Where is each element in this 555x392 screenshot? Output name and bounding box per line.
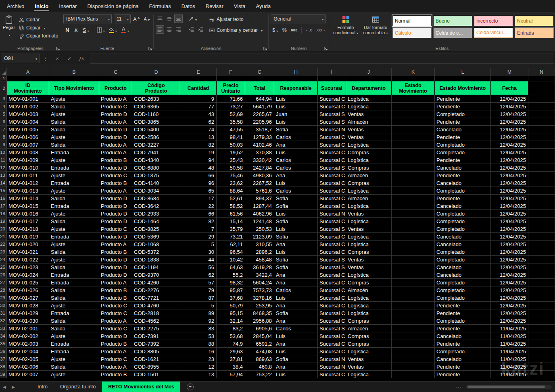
row-header-35[interactable]: 35 <box>0 340 7 348</box>
cell-G7[interactable]: 3518,7 <box>245 126 274 133</box>
cell-H15[interactable]: Carlos <box>274 187 318 195</box>
cell-I35[interactable]: Sucursal C <box>318 340 346 348</box>
cell-B34[interactable]: Ajuste <box>49 332 99 340</box>
cell-A1[interactable] <box>7 76 49 81</box>
cell-N6[interactable] <box>528 118 555 126</box>
cell-C13[interactable]: Producto C <box>99 172 132 179</box>
cell-B12[interactable]: Entrada <box>49 164 99 172</box>
column-header-D[interactable]: D <box>132 68 180 76</box>
cell-M19[interactable]: 12/04/2025 <box>491 218 528 225</box>
cell-M8[interactable]: 12/04/2025 <box>491 133 528 141</box>
row-header-39[interactable]: 39 <box>0 371 7 378</box>
cell-H3[interactable]: Luis <box>274 95 318 103</box>
cell-M3[interactable]: 12/04/2025 <box>491 95 528 103</box>
cell-B23[interactable]: Salida <box>49 248 99 256</box>
cell-style-c-lculo[interactable]: Cálculo <box>392 27 432 38</box>
font-size-select[interactable]: 11 <box>114 15 131 23</box>
cell-C15[interactable]: Producto A <box>99 187 132 195</box>
cell-N5[interactable] <box>528 110 555 118</box>
cell-M37[interactable]: 11/04/2025 <box>491 355 528 363</box>
cell-C22[interactable]: Producto A <box>99 241 132 248</box>
cell-E26[interactable]: 62 <box>180 271 217 279</box>
cell-N36[interactable] <box>528 348 555 355</box>
cell-L16[interactable]: Pendiente <box>435 195 491 202</box>
cell-J11[interactable]: Logística <box>346 156 392 164</box>
cell-L28[interactable]: Completado <box>435 286 491 294</box>
cell-I9[interactable]: Sucursal C <box>318 141 346 149</box>
row-header-11[interactable]: 11 <box>0 156 7 164</box>
cell-style-incorrecto[interactable]: Incorrecto <box>474 15 513 26</box>
cell-J5[interactable]: Ventas <box>346 110 392 118</box>
cell-A21[interactable]: MOV-01-019 <box>7 233 49 241</box>
cell-A15[interactable]: MOV-01-013 <box>7 187 49 195</box>
cell-B31[interactable]: Entrada <box>49 309 99 317</box>
cell-L7[interactable]: Cancelado <box>435 126 491 133</box>
cell-G38[interactable]: 460,8 <box>245 363 274 371</box>
cell-D19[interactable]: COD-1464 <box>132 218 180 225</box>
cell-L19[interactable]: Completado <box>435 218 491 225</box>
cell-K17[interactable] <box>392 202 435 210</box>
row-header-7[interactable]: 7 <box>0 126 7 133</box>
cell-G21[interactable]: 2123,09 <box>245 233 274 241</box>
cell-M18[interactable]: 12/04/2025 <box>491 210 528 218</box>
cell-N3[interactable] <box>528 95 555 103</box>
cell-G3[interactable]: 644,94 <box>245 95 274 103</box>
cell-D26[interactable]: COD-9370 <box>132 271 180 279</box>
row-header-6[interactable]: 6 <box>0 118 7 126</box>
cell-A24[interactable]: MOV-01-022 <box>7 256 49 263</box>
cell-D28[interactable]: COD-2276 <box>132 286 180 294</box>
cell-F12[interactable]: 50,58 <box>217 164 245 172</box>
cell-L30[interactable]: Pendiente <box>435 302 491 309</box>
cell-H12[interactable]: Carlos <box>274 164 318 172</box>
cell-J15[interactable]: Logística <box>346 187 392 195</box>
cell-D38[interactable]: COD-8955 <box>132 363 180 371</box>
cell-G2[interactable]: Total <box>245 81 274 95</box>
cell-N37[interactable] <box>528 355 555 363</box>
cell-H20[interactable]: Luis <box>274 225 318 233</box>
cell-G33[interactable]: 6905,6 <box>245 325 274 332</box>
cell-I18[interactable]: Sucursal N <box>318 210 346 218</box>
row-header-19[interactable]: 19 <box>0 218 7 225</box>
cell-A14[interactable]: MOV-01-012 <box>7 179 49 187</box>
cell-G29[interactable]: 3278,16 <box>245 294 274 302</box>
cell-A39[interactable]: MOV-02-007 <box>7 371 49 378</box>
cell-D17[interactable]: COD-3642 <box>132 202 180 210</box>
cell-K3[interactable] <box>392 95 435 103</box>
cell-style-entrada[interactable]: Entrada <box>515 27 554 38</box>
cell-C21[interactable]: Producto D <box>99 233 132 241</box>
cell-A6[interactable]: MOV-01-004 <box>7 118 49 126</box>
cell-M20[interactable]: 12/04/2025 <box>491 225 528 233</box>
cell-J16[interactable]: Almacén <box>346 195 392 202</box>
cell-K34[interactable] <box>392 332 435 340</box>
cell-J39[interactable]: Logística <box>346 371 392 378</box>
paste-button[interactable]: Pegar <box>2 13 16 39</box>
row-header-23[interactable]: 23 <box>0 248 7 256</box>
cell-N26[interactable] <box>528 271 555 279</box>
cell-D11[interactable]: COD-4340 <box>132 156 180 164</box>
cell-H28[interactable]: Carlos <box>274 286 318 294</box>
cell-F20[interactable]: 35,79 <box>217 225 245 233</box>
cell-H34[interactable]: Luis <box>274 332 318 340</box>
cell-K39[interactable] <box>392 371 435 378</box>
cell-J10[interactable]: Compras <box>346 149 392 156</box>
cell-I19[interactable]: Sucursal C <box>318 218 346 225</box>
cell-E31[interactable]: 89 <box>180 309 217 317</box>
cell-D20[interactable]: COD-8825 <box>132 225 180 233</box>
cell-I13[interactable]: Sucursal C <box>318 172 346 179</box>
more-sheets-button[interactable]: ⋯ <box>451 384 466 390</box>
cell-A29[interactable]: MOV-01-027 <box>7 294 49 302</box>
cell-F34[interactable]: 53,68 <box>217 332 245 340</box>
cell-M1[interactable] <box>491 76 528 81</box>
cell-D9[interactable]: COD-3227 <box>132 141 180 149</box>
cell-A35[interactable]: MOV-02-003 <box>7 340 49 348</box>
cell-C20[interactable]: Producto C <box>99 225 132 233</box>
cell-A3[interactable]: MOV-01-001 <box>7 95 49 103</box>
cell-A27[interactable]: MOV-01-025 <box>7 279 49 286</box>
cell-J21[interactable]: Logística <box>346 233 392 241</box>
cell-I38[interactable]: Sucursal N <box>318 363 346 371</box>
cell-M6[interactable]: 12/04/2025 <box>491 118 528 126</box>
cell-K8[interactable] <box>392 133 435 141</box>
cell-N19[interactable] <box>528 218 555 225</box>
cell-F14[interactable]: 23,62 <box>217 179 245 187</box>
cell-K9[interactable] <box>392 141 435 149</box>
